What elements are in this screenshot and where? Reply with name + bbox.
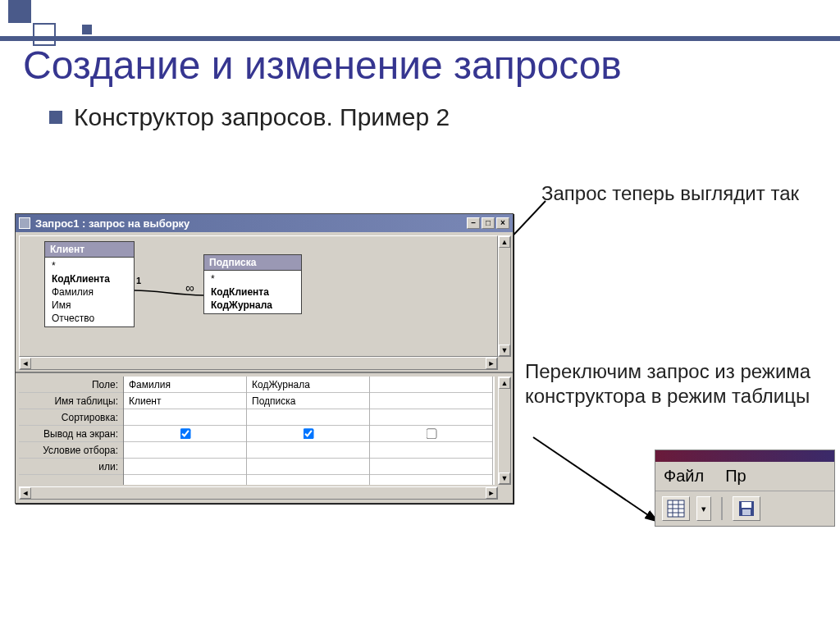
scroll-down-icon[interactable]: ▼	[499, 345, 510, 356]
show-checkbox-2[interactable]	[303, 428, 313, 439]
cell-criteria[interactable]	[247, 442, 369, 459]
field-otchestvo[interactable]: Отчество	[45, 312, 134, 325]
window-titlebar[interactable]: Запрос1 : запрос на выборку	[16, 214, 513, 232]
cell-table[interactable]: Подписка	[247, 393, 369, 409]
grid-col-3	[370, 377, 493, 485]
label-field: Поле:	[19, 377, 123, 393]
save-icon	[737, 500, 756, 518]
cell-or[interactable]	[247, 459, 369, 475]
relation-one: 1	[136, 276, 141, 285]
table-subscription[interactable]: Подписка * КодКлиента КодЖурнала	[203, 254, 302, 314]
minimize-button[interactable]	[467, 217, 480, 229]
scroll-up-icon[interactable]: ▲	[499, 236, 510, 248]
cell-sort[interactable]	[124, 409, 246, 426]
show-checkbox-1[interactable]	[180, 428, 190, 439]
label-show: Вывод на экран:	[19, 426, 123, 442]
datasheet-icon	[667, 500, 685, 518]
subtitle-row: Конструктор запросов. Пример 2	[49, 103, 450, 131]
access-query-window: Запрос1 : запрос на выборку Клиент * Код…	[15, 213, 514, 504]
cell-show[interactable]	[247, 426, 369, 442]
maximize-button[interactable]	[482, 217, 495, 229]
label-sort: Сортировка:	[19, 409, 123, 426]
label-table: Имя таблицы:	[19, 393, 123, 409]
field-star-2[interactable]: *	[204, 272, 301, 285]
save-button[interactable]	[733, 496, 760, 521]
close-button[interactable]	[496, 217, 509, 229]
cell-table[interactable]: Клиент	[124, 393, 246, 409]
cell-sort[interactable]	[370, 409, 492, 426]
grid-hscroll[interactable]: ◄ ►	[19, 486, 498, 500]
svg-rect-9	[742, 502, 751, 508]
cell-show[interactable]	[124, 426, 246, 442]
grid-columns[interactable]: Фамилия Клиент КодЖурнала Подписка	[124, 377, 495, 485]
bullet-icon	[49, 111, 62, 124]
scroll-corner	[498, 486, 511, 500]
datasheet-view-button[interactable]	[662, 496, 690, 521]
qbe-grid-pane[interactable]: Поле: Имя таблицы: Сортировка: Вывод на …	[16, 373, 513, 503]
scroll-right-icon[interactable]: ►	[486, 358, 497, 369]
grid-row-labels: Поле: Имя таблицы: Сортировка: Вывод на …	[19, 377, 124, 485]
scroll-left-icon[interactable]: ◄	[20, 358, 31, 369]
annotation-top: Запрос теперь выглядит так	[541, 182, 799, 205]
field-kodklienta[interactable]: КодКлиента	[45, 272, 134, 285]
cell-field[interactable]: Фамилия	[124, 377, 246, 393]
grid-col-2: КодЖурнала Подписка	[247, 377, 370, 485]
diagram-vscroll[interactable]: ▲ ▼	[498, 235, 511, 357]
cell-or[interactable]	[124, 459, 246, 475]
table-client[interactable]: Клиент * КодКлиента Фамилия Имя Отчество	[44, 241, 135, 327]
scroll-down-icon[interactable]: ▼	[499, 472, 510, 484]
field-kodzhurnala[interactable]: КодЖурнала	[204, 299, 301, 312]
toolbar-separator	[721, 497, 723, 520]
field-kodklienta-2[interactable]: КодКлиента	[204, 285, 301, 299]
query-icon	[19, 217, 30, 229]
svg-line-1	[533, 437, 658, 522]
field-familiya[interactable]: Фамилия	[45, 285, 134, 299]
annotation-bottom: Переключим запрос из режима конструктора…	[525, 359, 820, 409]
table-subscription-title[interactable]: Подписка	[204, 255, 301, 271]
slide-decoration	[0, 0, 139, 45]
page-title: Создание и изменение запросов	[23, 43, 622, 88]
scroll-corner	[498, 357, 511, 370]
menu-file[interactable]: Файл	[664, 467, 704, 486]
field-imya[interactable]: Имя	[45, 299, 134, 312]
label-or: или:	[19, 459, 123, 475]
scroll-left-icon[interactable]: ◄	[20, 487, 31, 499]
cell-show[interactable]	[370, 426, 492, 442]
label-criteria: Условие отбора:	[19, 442, 123, 459]
cell-field[interactable]	[370, 377, 492, 393]
field-star[interactable]: *	[45, 259, 134, 272]
diagram-pane[interactable]: Клиент * КодКлиента Фамилия Имя Отчество…	[16, 232, 513, 373]
relation-line[interactable]	[135, 285, 203, 294]
scroll-right-icon[interactable]: ►	[486, 487, 497, 499]
grid-col-1: Фамилия Клиент	[124, 377, 247, 485]
subtitle: Конструктор запросов. Пример 2	[74, 103, 450, 131]
cell-criteria[interactable]	[124, 442, 246, 459]
view-dropdown-button[interactable]: ▾	[696, 496, 711, 521]
svg-rect-10	[742, 509, 751, 515]
cell-table[interactable]	[370, 393, 492, 409]
menu-other[interactable]: Пр	[725, 467, 746, 486]
diagram-hscroll[interactable]: ◄ ►	[19, 357, 498, 370]
cell-criteria[interactable]	[370, 442, 492, 459]
show-checkbox-3[interactable]	[426, 428, 436, 439]
scroll-up-icon[interactable]: ▲	[499, 377, 510, 389]
window-title: Запрос1 : запрос на выборку	[35, 217, 189, 230]
menu-bar-fragment[interactable]: Файл Пр	[655, 462, 834, 491]
titlebar-fragment	[655, 450, 834, 462]
grid-vscroll[interactable]: ▲ ▼	[498, 377, 511, 485]
cell-field[interactable]: КодЖурнала	[247, 377, 369, 393]
arrow-to-toolbar	[527, 433, 674, 532]
toolbar-fragment: Файл Пр ▾	[655, 450, 835, 527]
cell-sort[interactable]	[247, 409, 369, 426]
cell-or[interactable]	[370, 459, 492, 475]
table-client-title[interactable]: Клиент	[45, 242, 134, 258]
